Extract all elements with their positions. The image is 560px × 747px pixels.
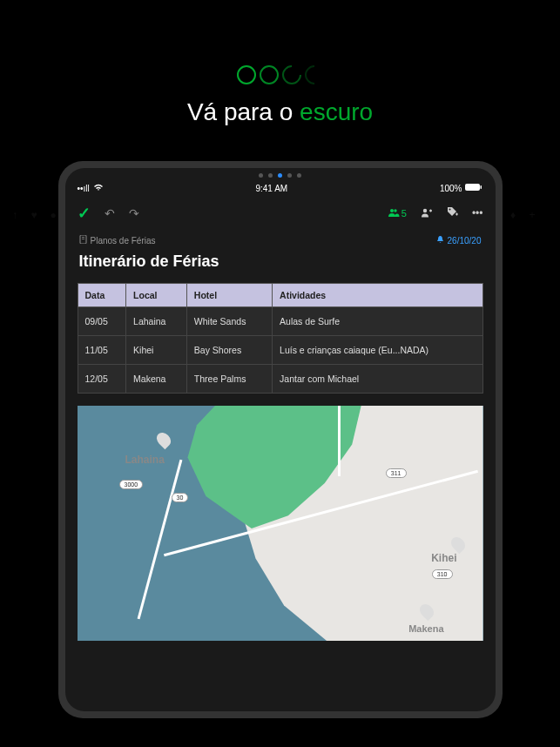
svg-rect-0 xyxy=(465,184,480,191)
page-indicator xyxy=(65,168,496,179)
breadcrumb-label: Planos de Férias xyxy=(91,236,156,246)
add-tag-button[interactable] xyxy=(447,206,458,220)
table-row: 12/05 Makena Three Palms Jantar com Mich… xyxy=(78,365,482,394)
breadcrumb[interactable]: Planos de Férias xyxy=(79,235,156,246)
itinerary-table[interactable]: Data Local Hotel Atividades 09/05 Lahain… xyxy=(78,283,483,394)
reminder-date-button[interactable]: 26/10/20 xyxy=(436,235,482,246)
map-label-lahaina: Lahaina xyxy=(125,454,165,466)
table-cell[interactable]: Luís e crianças caiaque (Eu...NADA) xyxy=(273,336,482,365)
status-time: 9:41 AM xyxy=(255,184,287,193)
battery-icon xyxy=(465,183,482,193)
table-cell[interactable]: Aulas de Surfe xyxy=(273,307,482,336)
table-cell[interactable]: 09/05 xyxy=(78,307,126,336)
route-badge: 310 xyxy=(432,569,453,579)
table-row: 11/05 Kihei Bay Shores Luís e crianças c… xyxy=(78,336,482,365)
bell-icon xyxy=(436,235,444,246)
svg-rect-6 xyxy=(80,235,86,244)
undo-button[interactable]: ↶ xyxy=(105,206,115,220)
table-header[interactable]: Hotel xyxy=(186,284,272,307)
reminder-date-text: 26/10/20 xyxy=(448,236,482,246)
table-row: 09/05 Lahaina White Sands Aulas de Surfe xyxy=(78,307,482,336)
table-header[interactable]: Data xyxy=(78,284,126,307)
tablet-screen: ••ıll 9:41 AM 100% ✓ ↶ ↷ xyxy=(65,168,496,711)
route-badge: 311 xyxy=(386,468,407,478)
table-cell[interactable]: White Sands xyxy=(186,307,272,336)
notebook-icon xyxy=(79,235,87,246)
note-title[interactable]: Itinerário de Férias xyxy=(65,249,496,283)
table-header[interactable]: Local xyxy=(126,284,187,307)
table-cell[interactable]: Makena xyxy=(126,365,187,394)
tagline-accent: escuro xyxy=(300,98,373,125)
more-menu-button[interactable]: ••• xyxy=(472,207,483,219)
share-count-button[interactable]: 5 xyxy=(388,207,407,219)
table-cell[interactable]: Kihei xyxy=(126,336,187,365)
table-header-row: Data Local Hotel Atividades xyxy=(78,284,482,307)
svg-point-3 xyxy=(394,209,396,212)
tagline-prefix: Vá para o xyxy=(187,98,300,125)
table-cell[interactable]: Bay Shores xyxy=(186,336,272,365)
svg-point-4 xyxy=(423,208,427,212)
tablet-device-frame: ••ıll 9:41 AM 100% ✓ ↶ ↷ xyxy=(58,161,503,718)
route-badge: 3000 xyxy=(119,480,144,489)
table-cell[interactable]: Jantar com Michael xyxy=(273,365,482,394)
battery-percent: 100% xyxy=(440,184,462,193)
table-cell[interactable]: 12/05 xyxy=(78,365,126,394)
svg-point-2 xyxy=(390,209,394,212)
map-label-kihei: Kihei xyxy=(431,552,456,564)
app-logo xyxy=(0,0,560,84)
table-cell[interactable]: 11/05 xyxy=(78,336,126,365)
table-header[interactable]: Atividades xyxy=(273,284,482,307)
svg-rect-1 xyxy=(481,185,482,189)
wifi-icon xyxy=(93,183,104,193)
svg-point-5 xyxy=(449,209,450,211)
signal-icon: ••ıll xyxy=(78,184,90,193)
table-cell[interactable]: Three Palms xyxy=(186,365,272,394)
redo-button[interactable]: ↷ xyxy=(129,206,139,220)
route-badge: 30 xyxy=(172,493,189,502)
map-label-makena: Makena xyxy=(408,623,443,634)
add-person-button[interactable] xyxy=(421,207,433,220)
status-bar: ••ıll 9:41 AM 100% xyxy=(65,179,496,199)
map-image[interactable]: Lahaina Kihei Makena 3000 30 311 310 xyxy=(78,406,483,641)
done-button[interactable]: ✓ xyxy=(78,204,91,223)
people-icon xyxy=(388,207,400,219)
app-toolbar: ✓ ↶ ↷ 5 ••• xyxy=(65,199,496,228)
table-cell[interactable]: Lahaina xyxy=(126,307,187,336)
tagline: Vá para o escuro xyxy=(0,98,560,126)
